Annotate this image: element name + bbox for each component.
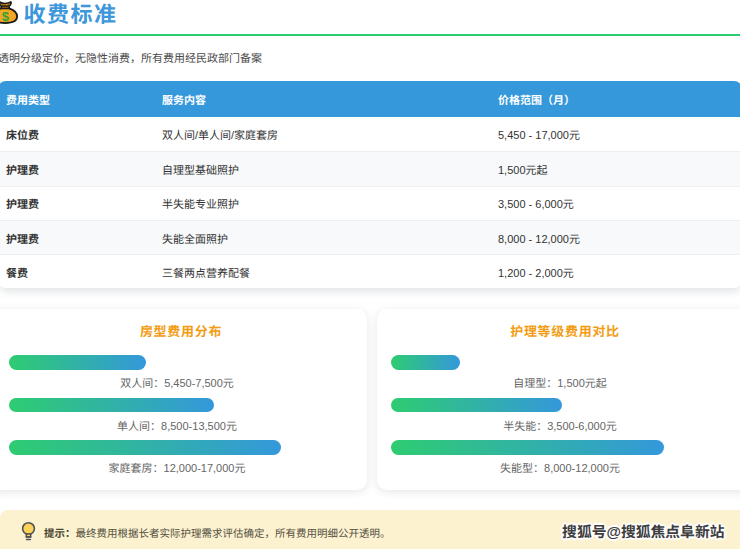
svg-text:$: $ <box>1 9 9 24</box>
